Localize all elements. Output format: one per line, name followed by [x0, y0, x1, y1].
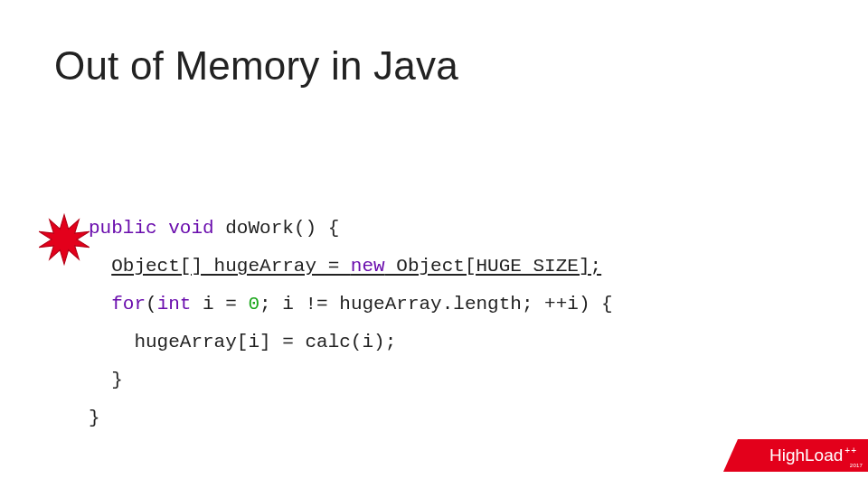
code-line-3: for(int i = 0; i != hugeArray.length; ++…	[89, 294, 613, 314]
seg: hugeArray[i] = calc(i);	[134, 332, 396, 352]
fn-decl: doWork() {	[225, 218, 339, 239]
brand-text: HighLoad++	[769, 439, 857, 472]
keyword-public: public	[89, 218, 157, 239]
seg: Object[HUGE SIZE];	[385, 256, 601, 277]
code-block: public void doWork() { Object[] hugeArra…	[89, 172, 613, 437]
brand-plus: ++	[844, 446, 857, 455]
code-line-1: public void doWork() {	[89, 218, 339, 239]
keyword-int: int	[157, 294, 192, 314]
slide: Out of Memory in Java public void doWork…	[0, 0, 868, 488]
close-brace-inner: }	[111, 370, 123, 390]
keyword-for: for	[111, 294, 146, 314]
conference-badge: HighLoad++ 2017	[723, 439, 868, 472]
code-line-6: }	[89, 408, 100, 428]
keyword-void: void	[168, 218, 213, 239]
svg-marker-0	[39, 215, 90, 265]
keyword-new: new	[351, 256, 385, 277]
close-brace-outer: }	[89, 408, 100, 428]
slide-title: Out of Memory in Java	[54, 43, 458, 89]
code-line-4: hugeArray[i] = calc(i);	[89, 332, 396, 352]
literal-zero: 0	[248, 294, 259, 314]
seg: ; i != hugeArray.length; ++i) {	[259, 294, 613, 314]
brand-part-b: Load	[805, 446, 843, 465]
highlighted-line: Object[] hugeArray = new Object[HUGE SIZ…	[111, 256, 601, 277]
brand-part-a: High	[769, 446, 805, 465]
code-line-5: }	[89, 370, 123, 390]
explosion-icon	[38, 213, 90, 266]
seg: (	[146, 294, 157, 314]
brand-year: 2017	[850, 463, 863, 468]
seg: Object[] hugeArray =	[111, 256, 351, 277]
code-line-2: Object[] hugeArray = new Object[HUGE SIZ…	[89, 256, 601, 277]
seg: i =	[191, 294, 248, 314]
